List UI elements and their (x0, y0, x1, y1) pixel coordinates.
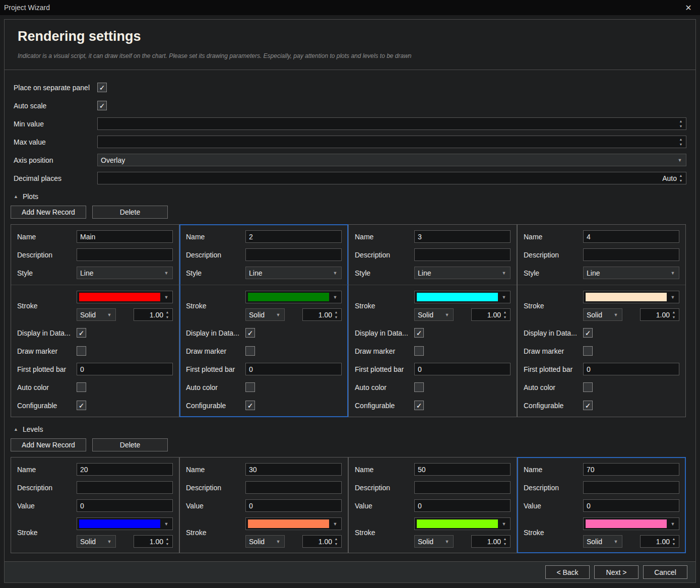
plot-style-select[interactable]: Line ▼ (583, 267, 679, 279)
configurable-checkbox[interactable]: ✓ (245, 401, 255, 410)
min-value-input[interactable] (101, 120, 677, 128)
level-value-input[interactable] (245, 499, 342, 512)
plot-record-card[interactable]: Name Description Style Line ▼ Stroke ▼ (179, 224, 348, 417)
stroke-width-input[interactable] (644, 311, 670, 319)
max-value-input[interactable] (101, 138, 677, 146)
max-value-spinner[interactable]: ▲▼ (97, 136, 686, 148)
stroke-width-input[interactable] (306, 311, 332, 319)
level-name-input[interactable] (414, 463, 511, 476)
plot-name-input[interactable] (245, 230, 342, 243)
auto-color-checkbox[interactable]: ✓ (245, 382, 255, 392)
level-name-input[interactable] (583, 463, 679, 476)
draw-marker-checkbox[interactable]: ✓ (77, 346, 86, 356)
close-icon[interactable]: ✕ (681, 3, 696, 13)
plot-record-card[interactable]: Name Description Style Line ▼ Stroke ▼ (11, 224, 179, 417)
stroke-color-select[interactable]: ▼ (245, 517, 342, 530)
configurable-checkbox[interactable]: ✓ (583, 401, 593, 410)
first-plotted-bar-input[interactable] (245, 363, 342, 375)
auto-color-checkbox[interactable]: ✓ (77, 382, 86, 392)
stroke-color-select[interactable]: ▼ (245, 291, 342, 303)
stroke-style-select[interactable]: Solid ▼ (414, 308, 454, 321)
axis-position-select[interactable]: Overlay ▼ (97, 154, 686, 166)
plots-add-new-record-button[interactable]: Add New Record (11, 206, 86, 219)
plot-record-card[interactable]: Name Description Style Line ▼ Stroke ▼ (348, 224, 517, 417)
stroke-style-select[interactable]: Solid ▼ (414, 535, 454, 548)
levels-section-header[interactable]: ▲ Levels (14, 425, 686, 433)
level-description-input[interactable] (414, 481, 511, 494)
spinner-arrows-icon[interactable]: ▲▼ (670, 311, 678, 319)
stroke-color-select[interactable]: ▼ (77, 517, 173, 530)
next-button[interactable]: Next > (594, 565, 639, 579)
spinner-arrows-icon[interactable]: ▲▼ (677, 120, 685, 128)
decimal-places-spinner[interactable]: ▲▼ (97, 172, 686, 184)
level-description-input[interactable] (583, 481, 679, 494)
level-record-card[interactable]: Name Description Value Stroke ▼ Solid ▼ (517, 457, 686, 553)
auto-color-checkbox[interactable]: ✓ (414, 382, 424, 392)
draw-marker-checkbox[interactable]: ✓ (414, 346, 424, 356)
plot-description-input[interactable] (245, 248, 342, 261)
stroke-style-select[interactable]: Solid ▼ (77, 308, 116, 321)
stroke-width-spinner[interactable]: ▲▼ (640, 535, 679, 548)
level-name-input[interactable] (245, 463, 342, 476)
plot-style-select[interactable]: Line ▼ (245, 267, 342, 279)
plot-description-input[interactable] (77, 248, 173, 261)
stroke-color-select[interactable]: ▼ (583, 517, 679, 530)
levels-delete-button[interactable]: Delete (92, 438, 168, 451)
spinner-arrows-icon[interactable]: ▲▼ (677, 138, 685, 146)
display-in-data-checkbox[interactable]: ✓ (77, 328, 86, 338)
plot-description-input[interactable] (583, 248, 679, 261)
plot-style-select[interactable]: Line ▼ (414, 267, 511, 279)
plot-record-card[interactable]: Name Description Style Line ▼ Stroke ▼ (517, 224, 686, 417)
first-plotted-bar-input[interactable] (414, 363, 511, 375)
stroke-style-select[interactable]: Solid ▼ (583, 308, 622, 321)
plot-style-select[interactable]: Line ▼ (77, 267, 173, 279)
spinner-arrows-icon[interactable]: ▲▼ (163, 538, 171, 546)
spinner-arrows-icon[interactable]: ▲▼ (670, 538, 678, 546)
plot-name-input[interactable] (77, 230, 173, 243)
stroke-width-spinner[interactable]: ▲▼ (302, 535, 342, 548)
stroke-width-spinner[interactable]: ▲▼ (302, 308, 342, 321)
cancel-button[interactable]: Cancel (643, 565, 687, 579)
stroke-width-input[interactable] (137, 538, 163, 546)
stroke-width-input[interactable] (475, 538, 501, 546)
stroke-width-spinner[interactable]: ▲▼ (471, 535, 511, 548)
auto-scale-checkbox[interactable]: ✓ (97, 101, 107, 110)
level-description-input[interactable] (77, 481, 173, 494)
decimal-places-input[interactable] (101, 174, 677, 182)
level-record-card[interactable]: Name Description Value Stroke ▼ Solid ▼ (179, 457, 348, 553)
display-in-data-checkbox[interactable]: ✓ (583, 328, 593, 338)
plot-name-input[interactable] (414, 230, 511, 243)
stroke-style-select[interactable]: Solid ▼ (245, 535, 285, 548)
back-button[interactable]: < Back (545, 565, 590, 579)
spinner-arrows-icon[interactable]: ▲▼ (332, 538, 340, 546)
first-plotted-bar-input[interactable] (77, 363, 173, 375)
level-value-input[interactable] (414, 499, 511, 512)
spinner-arrows-icon[interactable]: ▲▼ (501, 538, 509, 546)
display-in-data-checkbox[interactable]: ✓ (245, 328, 255, 338)
spinner-arrows-icon[interactable]: ▲▼ (332, 311, 340, 319)
plots-section-header[interactable]: ▲ Plots (14, 192, 686, 201)
spinner-arrows-icon[interactable]: ▲▼ (677, 174, 685, 182)
spinner-arrows-icon[interactable]: ▲▼ (163, 311, 171, 319)
level-name-input[interactable] (77, 463, 173, 476)
collapse-icon[interactable]: ▲ (14, 427, 18, 432)
configurable-checkbox[interactable]: ✓ (77, 401, 86, 410)
stroke-color-select[interactable]: ▼ (414, 517, 511, 530)
stroke-width-input[interactable] (306, 538, 332, 546)
level-value-input[interactable] (77, 499, 173, 512)
stroke-style-select[interactable]: Solid ▼ (583, 535, 622, 548)
stroke-width-spinner[interactable]: ▲▼ (640, 308, 679, 321)
level-value-input[interactable] (583, 499, 679, 512)
stroke-width-input[interactable] (475, 311, 501, 319)
stroke-width-input[interactable] (644, 538, 670, 546)
stroke-width-spinner[interactable]: ▲▼ (471, 308, 511, 321)
stroke-color-select[interactable]: ▼ (77, 291, 173, 303)
draw-marker-checkbox[interactable]: ✓ (245, 346, 255, 356)
configurable-checkbox[interactable]: ✓ (414, 401, 424, 410)
auto-color-checkbox[interactable]: ✓ (583, 382, 593, 392)
spinner-arrows-icon[interactable]: ▲▼ (501, 311, 509, 319)
first-plotted-bar-input[interactable] (583, 363, 679, 375)
collapse-icon[interactable]: ▲ (14, 194, 18, 199)
stroke-color-select[interactable]: ▼ (414, 291, 511, 303)
place-on-separate-panel-checkbox[interactable]: ✓ (97, 83, 107, 92)
